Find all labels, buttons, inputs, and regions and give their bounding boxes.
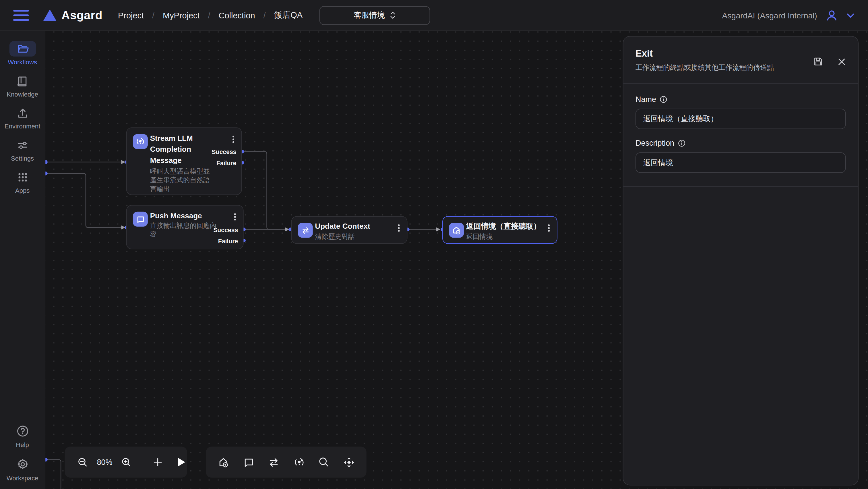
node-description: 呼叫大型語言模型並產生串流式的自然語言輸出: [150, 167, 216, 194]
field-label-text: Name: [636, 95, 656, 104]
breadcrumb-separator: /: [208, 11, 210, 20]
context-node-icon[interactable]: [266, 454, 282, 470]
asgard-workflow-editor: Stream LLM Completion Message 呼叫大型語言模型並產…: [0, 0, 868, 489]
zoom-toolbar: 80%: [65, 447, 187, 478]
sidebar-item-help[interactable]: Help: [0, 423, 45, 448]
info-icon[interactable]: [678, 139, 685, 146]
node-title: Update Context: [315, 221, 388, 232]
swap-icon: [298, 223, 313, 238]
exit-node-icon[interactable]: [215, 454, 231, 470]
breadcrumb-project[interactable]: Project: [118, 11, 144, 20]
sidebar-item-workspace[interactable]: Workspace: [0, 456, 45, 482]
sidebar-item-label: Apps: [15, 187, 30, 194]
app-logo[interactable]: Asgard: [43, 9, 102, 22]
description-field-label: Description: [636, 139, 846, 147]
add-node-icon[interactable]: [151, 455, 165, 469]
node-title: Push Message: [150, 210, 222, 222]
node-exit[interactable]: 返回情境（直接聽取） 返回情境: [442, 216, 557, 243]
close-icon[interactable]: [838, 57, 846, 66]
node-description: 清除歷史對話: [315, 233, 401, 241]
book-icon: [17, 75, 28, 87]
breadcrumb-myproject[interactable]: MyProject: [163, 11, 200, 20]
breadcrumb-separator: /: [264, 11, 266, 20]
node-description: 直接輸出訊息的回應內容: [150, 222, 221, 239]
node-title: Stream LLM Completion Message: [150, 133, 216, 166]
name-field-label: Name: [636, 95, 846, 104]
sidebar-item-settings[interactable]: Settings: [0, 137, 45, 162]
run-icon[interactable]: [175, 455, 188, 469]
app-header: Asgard Project / MyProject / Collection …: [0, 0, 868, 31]
llm-icon: [133, 134, 148, 149]
logo-text: Asgard: [61, 9, 102, 22]
sidebar-item-apps[interactable]: Apps: [0, 170, 45, 194]
port-success[interactable]: Success: [213, 226, 238, 233]
zoom-out-icon[interactable]: [75, 455, 90, 469]
node-push-message[interactable]: Push Message 直接輸出訊息的回應內容 Success Failure: [126, 205, 244, 249]
info-icon[interactable]: [660, 96, 668, 103]
account-chevron-down-icon[interactable]: [846, 12, 855, 18]
sliders-icon: [17, 139, 28, 151]
context-selector[interactable]: 客服情境: [319, 6, 430, 25]
save-icon[interactable]: [813, 57, 823, 67]
sidebar-item-environment[interactable]: Environment: [0, 105, 45, 130]
port-success[interactable]: Success: [212, 148, 236, 155]
sidebar-item-label: Workspace: [7, 475, 38, 482]
panel-fields: Name 返回情境（直接聽取） Description 返回情境: [623, 84, 858, 187]
breadcrumb-collection[interactable]: Collection: [219, 11, 255, 20]
breadcrumb-current[interactable]: 飯店QA: [274, 10, 303, 21]
account-label: AsgardAI (Asgard Internal): [722, 11, 817, 20]
node-menu-icon[interactable]: [397, 223, 401, 233]
sidebar-item-label: Help: [16, 441, 29, 448]
menu-icon[interactable]: [13, 10, 29, 21]
search-icon[interactable]: [316, 454, 332, 470]
select-chevrons-icon: [391, 11, 395, 19]
context-selector-value: 客服情境: [354, 10, 385, 20]
node-description: 返回情境: [466, 233, 551, 241]
sidebar: Workflows Knowledge Environment Settings…: [0, 31, 45, 489]
sidebar-item-label: Knowledge: [7, 91, 38, 97]
port-failure[interactable]: Failure: [216, 160, 237, 166]
node-stream-llm[interactable]: Stream LLM Completion Message 呼叫大型語言模型並產…: [126, 127, 242, 195]
node-menu-icon[interactable]: [547, 223, 551, 233]
node-properties-panel: Exit 工作流程的終點或接續其他工作流程的傳送點 Name 返回情境（直接聽取…: [623, 36, 859, 485]
zoom-in-icon[interactable]: [119, 455, 134, 469]
llm-node-icon[interactable]: [291, 454, 307, 470]
name-input[interactable]: 返回情境（直接聽取）: [636, 109, 846, 129]
zoom-level: 80%: [97, 458, 112, 467]
logo-triangle-icon: [43, 9, 56, 21]
message-node-icon[interactable]: [241, 454, 257, 470]
gear-icon: [16, 458, 29, 471]
node-menu-icon[interactable]: [234, 212, 237, 222]
help-icon: [16, 424, 29, 438]
chat-icon: [133, 212, 148, 227]
exit-icon: [449, 223, 464, 238]
folder-icon: [17, 42, 28, 55]
breadcrumb: Project / MyProject / Collection / 飯店QA: [118, 10, 303, 21]
panel-header: Exit 工作流程的終點或接續其他工作流程的傳送點: [623, 36, 858, 84]
port-failure[interactable]: Failure: [218, 237, 238, 244]
sidebar-item-knowledge[interactable]: Knowledge: [0, 73, 45, 98]
node-title: 返回情境（直接聽取）: [466, 221, 538, 232]
sidebar-item-workflows[interactable]: Workflows: [0, 41, 45, 65]
sidebar-item-label: Environment: [5, 123, 40, 130]
user-avatar-icon[interactable]: [825, 8, 839, 22]
field-label-text: Description: [636, 139, 674, 147]
pan-icon[interactable]: [341, 454, 357, 470]
upload-icon: [17, 107, 28, 119]
node-palette-toolbar: [206, 447, 366, 478]
sidebar-item-label: Settings: [11, 155, 34, 162]
node-update-context[interactable]: Update Context 清除歷史對話: [291, 216, 407, 243]
node-menu-icon[interactable]: [231, 135, 236, 144]
description-input[interactable]: 返回情境: [636, 152, 846, 173]
sidebar-item-label: Workflows: [8, 59, 37, 65]
apps-grid-icon: [17, 171, 28, 183]
breadcrumb-separator: /: [152, 11, 154, 20]
